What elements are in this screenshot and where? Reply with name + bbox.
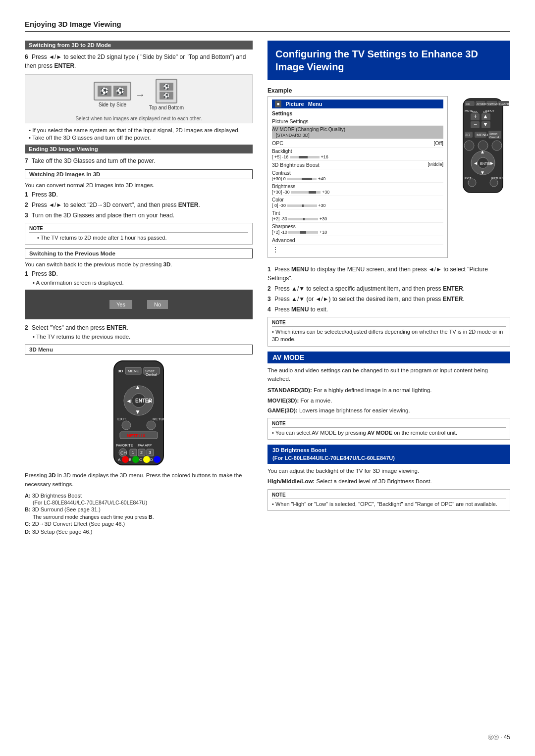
svg-text:A: A (118, 457, 121, 462)
svg-text:Central: Central (146, 373, 157, 376)
svg-text:C: C (139, 457, 142, 462)
top-bottom-cell: ⚽ ⚽ Top and Bottom (149, 79, 184, 110)
left-column: Switching from 3D to 2D Mode 6 Press ◄/►… (25, 41, 253, 736)
svg-text:FAV APP: FAV APP (138, 444, 152, 447)
svg-point-37 (154, 456, 160, 463)
switching-prev-intro: You can switch back to the previous mode… (25, 261, 253, 267)
bullet-same-system: If you select the same system as that of… (33, 127, 253, 133)
signal-type-image: ⚽ ⚽ Side by Side → ⚽ ⚽ Top and Bottom (25, 74, 253, 123)
arrow-separator: → (135, 89, 145, 101)
svg-point-35 (143, 456, 150, 463)
menu-item-avmode: AV MODE (Changing Pic.Quality)[STANDARD … (272, 126, 443, 139)
svg-text:RETURN: RETURN (153, 417, 169, 421)
svg-text:3D: 3D (465, 133, 470, 137)
brightness-boost-header: 3D Brightness Boost (For LC-80LE844U/LC-… (268, 445, 510, 464)
svg-text:NETFLIX: NETFLIX (127, 433, 146, 438)
svg-text:►: ► (147, 398, 153, 404)
page-number: ⓔⓝ · 45 (488, 734, 510, 741)
right-steps: 1 Press MENU to display the MENU screen,… (268, 265, 510, 314)
svg-text:AV MODE: AV MODE (477, 102, 488, 105)
svg-text:▲: ▲ (135, 384, 141, 391)
av-mode-note-box: NOTE • You can select AV MODE by pressin… (268, 418, 510, 440)
confirmation-dialog: Yes No (25, 290, 253, 319)
svg-text:Central: Central (489, 136, 499, 139)
watch-step-1: 1 Press 3D. (25, 190, 253, 199)
remote-image: 3D MENU Smart Central ENTER ▲ ▼ ◄ (25, 358, 253, 467)
menu-item-opc: OPC[Off] (272, 139, 443, 148)
svg-point-16 (122, 421, 131, 430)
svg-text:▼: ▼ (482, 121, 488, 128)
svg-text:▼: ▼ (480, 170, 485, 175)
svg-text:▼: ▼ (135, 408, 141, 415)
ending-3d-header: Ending 3D Image Viewing (25, 145, 253, 153)
av-mode-movie: MOVIE(3D): For a movie. (268, 397, 510, 405)
note-label: NOTE (29, 226, 248, 233)
main-section-title: Enjoying 3D Image Viewing (25, 20, 510, 37)
svg-point-78 (468, 179, 476, 187)
svg-point-33 (132, 456, 139, 463)
watch-step-3: 3 Turn on the 3D Glasses and place them … (25, 211, 253, 220)
right-step-4: 4 Press MENU to exit. (268, 305, 510, 314)
svg-text:FLASHBACK: FLASHBACK (499, 102, 510, 105)
menu-remote-row: ■ Picture Menu Settings Picture Settings… (268, 96, 510, 258)
switching-3d-2d-header: Switching from 3D to 2D Mode (25, 41, 253, 50)
remote-svg: 3D MENU Smart Central ENTER ▲ ▼ ◄ (99, 358, 178, 467)
prev-step-2: 2 Select "Yes" and then press ENTER. (25, 323, 253, 332)
bullet-take-off: Take off the 3D Glasses and turn off the… (33, 135, 253, 141)
brightness-intro: You can adjust the backlight of the TV f… (268, 467, 510, 475)
svg-text:CC: CC (466, 102, 470, 105)
right-note-text: • Which items can be selected/adjusted d… (272, 328, 506, 344)
menu-3d-header: 3D Menu (25, 345, 253, 354)
watching-2d-3d-section: Watching 2D Images in 3D You can convert… (25, 169, 253, 245)
switching-3d-2d-section: Switching from 3D to 2D Mode 6 Press ◄/►… (25, 41, 253, 141)
svg-text:2: 2 (140, 450, 143, 455)
menu-desc: Pressing 3D in 3D mode displays the 3D m… (25, 471, 253, 489)
svg-text:−: − (474, 121, 477, 128)
brightness-note-box: NOTE • When "High" or "Low" is selected,… (268, 489, 510, 511)
watching-2d-3d-header: Watching 2D Images in 3D (25, 169, 253, 179)
svg-text:▲: ▲ (482, 113, 488, 120)
svg-text:D: D (150, 457, 153, 462)
svg-text:VOL: VOL (472, 110, 479, 113)
ending-3d-section: Ending 3D Image Viewing 7 Take off the 3… (25, 145, 253, 165)
remote-small: CC AV MODE VIEW MODE FLASHBACK MUTE INPU… (456, 96, 510, 258)
menu-item-tint: Tint [+2] -30 +30 (272, 209, 443, 223)
av-mode-note-label: NOTE (272, 421, 506, 428)
side-by-side-cell: ⚽ ⚽ Side by Side (94, 82, 131, 107)
menu-item-color: Color [ 0] -30 +30 (272, 196, 443, 209)
switching-prev-section: Switching to the Previous Mode You can s… (25, 249, 253, 340)
no-button[interactable]: No (147, 300, 168, 309)
menu-item-advanced: Advanced (272, 236, 443, 245)
right-step-3: 3 Press ▲/▼ (or ◄/►) to select the desir… (268, 295, 510, 303)
svg-point-17 (147, 421, 156, 430)
svg-text:▲: ▲ (480, 149, 485, 154)
menu-item-brightness: Brightness [+30] -30 +30 (272, 183, 443, 196)
svg-text:FAVORITE: FAVORITE (116, 444, 133, 447)
svg-text:Smart: Smart (489, 132, 497, 135)
brightness-note-label: NOTE (272, 492, 506, 499)
svg-text:EXIT: EXIT (117, 417, 126, 421)
svg-point-31 (122, 456, 129, 463)
menu-picture-settings: Settings (272, 110, 443, 116)
right-title: Configuring the TV Settings to Enhance 3… (268, 41, 510, 80)
av-mode-intro: The audio and video settings can be chan… (268, 366, 510, 384)
brightness-note-text: • When "High" or "Low" is selected, "OPC… (272, 501, 506, 508)
menu-ellipsis: ⋮ (272, 245, 443, 254)
svg-text:1: 1 (132, 450, 134, 455)
brightness-high: High/Middle/Low: Select a desired level … (268, 477, 510, 486)
menu-screen: ■ Picture Menu Settings Picture Settings… (268, 96, 448, 258)
prev-step-1: 1 Press 3D. (25, 269, 253, 278)
yes-button[interactable]: Yes (109, 300, 132, 309)
menu-item-contrast: Contrast [+30] 0 +40 (272, 169, 443, 183)
step-6: 6 Press ◄/► to select the 2D signal type… (25, 52, 253, 70)
svg-text:+: + (474, 113, 477, 120)
prev-step2-note: • The TV returns to the previous mode. (33, 334, 253, 340)
right-note-label: NOTE (272, 320, 506, 327)
svg-text:3: 3 (149, 450, 151, 455)
svg-text:◄: ◄ (126, 398, 132, 404)
svg-text:CH: CH (483, 110, 487, 113)
svg-text:MENU: MENU (128, 369, 140, 373)
svg-text:◄: ◄ (473, 160, 478, 166)
av-mode-header: AV MODE (268, 352, 510, 363)
menu-3d-section: 3D Menu 3D MENU Smart Central (25, 345, 253, 536)
